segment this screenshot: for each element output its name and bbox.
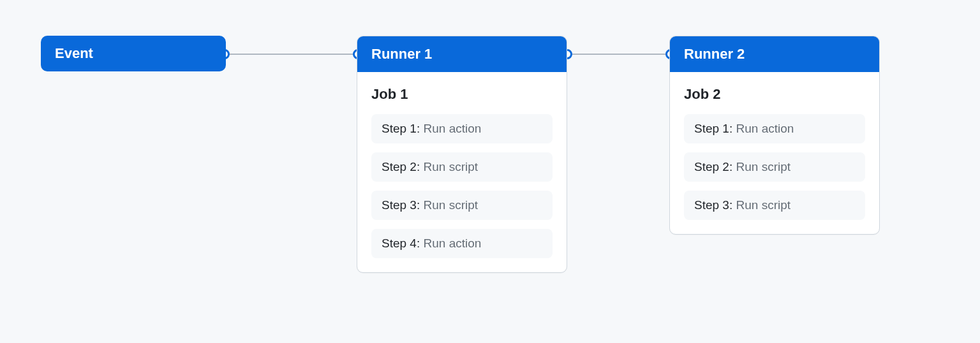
runner-card-2: Runner 2 Job 2 Step 1: Run action Step 2… (669, 36, 880, 235)
connector-runner1-to-runner2 (567, 54, 673, 55)
step-label: Step 3: (694, 198, 732, 212)
step-desc: Run script (424, 198, 479, 212)
step-label: Step 2: (694, 160, 732, 173)
runner-2-body: Job 2 Step 1: Run action Step 2: Run scr… (670, 72, 879, 234)
runner-2-title: Runner 2 (684, 46, 745, 62)
step-label: Step 3: (382, 198, 420, 212)
step-row: Step 1: Run action (684, 114, 865, 143)
runner-1-header: Runner 1 (357, 36, 567, 72)
step-desc: Run script (736, 160, 791, 173)
connector-event-to-runner1 (225, 54, 360, 55)
job-1-title: Job 1 (371, 86, 553, 103)
step-desc: Run script (736, 198, 791, 212)
step-row: Step 4: Run action (371, 229, 553, 258)
step-desc: Run action (736, 122, 794, 135)
step-row: Step 2: Run script (371, 152, 553, 182)
event-node: Event (41, 36, 226, 71)
step-row: Step 3: Run script (371, 191, 553, 220)
runner-1-title: Runner 1 (371, 46, 432, 62)
runner-card-1: Runner 1 Job 1 Step 1: Run action Step 2… (357, 36, 567, 273)
workflow-diagram: Event Runner 1 Job 1 Step 1: Run action … (0, 0, 980, 343)
step-desc: Run action (424, 122, 482, 135)
step-label: Step 1: (382, 122, 420, 135)
step-desc: Run action (424, 237, 482, 250)
runner-1-body: Job 1 Step 1: Run action Step 2: Run scr… (357, 72, 567, 272)
step-row: Step 2: Run script (684, 152, 865, 182)
step-label: Step 4: (382, 237, 420, 250)
step-desc: Run script (424, 160, 479, 173)
event-label: Event (55, 45, 93, 62)
step-label: Step 2: (382, 160, 420, 173)
step-row: Step 3: Run script (684, 191, 865, 220)
runner-2-header: Runner 2 (670, 36, 879, 72)
step-row: Step 1: Run action (371, 114, 553, 143)
step-label: Step 1: (694, 122, 732, 135)
job-2-title: Job 2 (684, 86, 865, 103)
